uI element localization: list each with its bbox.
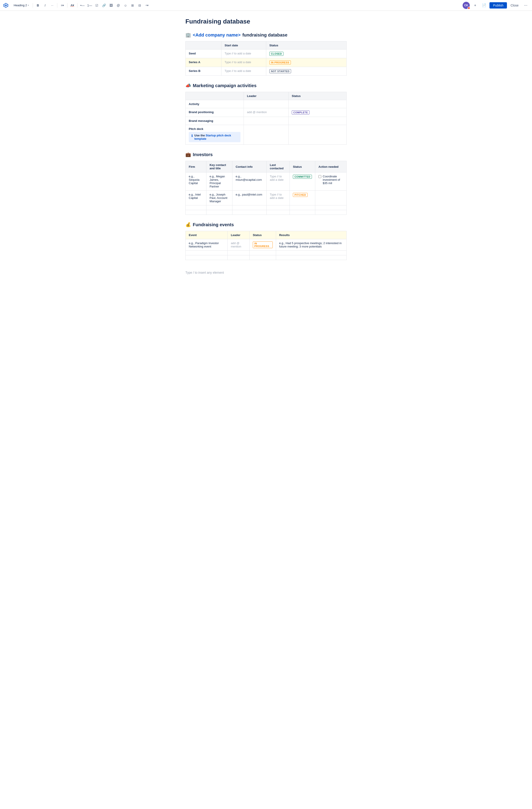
table-row[interactable]: Type // to add a date <box>221 50 266 58</box>
table-row <box>315 191 347 205</box>
table-row <box>315 205 347 210</box>
action-checkbox: Coordinate investment of $35 mil <box>318 175 343 185</box>
table-row[interactable] <box>244 100 289 108</box>
table-row: Series A <box>185 58 221 67</box>
table-row <box>185 255 228 260</box>
fundraising-heading-text: fundraising database <box>242 33 287 38</box>
table-row <box>289 125 347 145</box>
user-avatar[interactable]: CK <box>463 2 470 9</box>
table-row <box>276 251 347 255</box>
toolbar-divider-2 <box>57 3 57 7</box>
briefcase-icon: 💼 <box>185 152 191 157</box>
table-row <box>290 210 315 215</box>
table-row: Pitch deck ℹ Use the Startup pitch deck … <box>185 125 244 145</box>
table-row[interactable]: add @ mention <box>228 239 249 251</box>
more-format-button[interactable]: ··· <box>49 2 55 8</box>
th-leader: Leader <box>244 92 289 100</box>
table-row: e.g., Sequoia Capital <box>185 172 207 191</box>
fundraising-table: Start date Status Seed Type // to add a … <box>185 41 347 76</box>
marketing-table: Leader Status Activity Brand positioning… <box>185 92 347 145</box>
table-row[interactable]: add @ mention <box>244 108 289 117</box>
template-button[interactable]: 📄 <box>480 2 488 9</box>
table-row <box>276 255 347 260</box>
add-company-placeholder[interactable]: <Add company name> <box>193 33 241 38</box>
info-icon: ℹ <box>192 134 193 138</box>
table-row[interactable]: Type // to add a date <box>267 172 290 191</box>
table-row: IN PROGRESS <box>249 239 276 251</box>
table-row: IN PROGRESS <box>266 58 347 67</box>
table-row: Seed <box>185 50 221 58</box>
more-options-button[interactable]: ··· <box>522 2 529 9</box>
heading-style-select[interactable]: Heading 2 ▾ <box>12 2 31 8</box>
close-button[interactable]: Close <box>509 2 520 8</box>
table-row[interactable] <box>244 125 289 145</box>
toolbar-right: CK + 📄 Publish Close ··· <box>463 2 529 9</box>
toolbar-divider-1 <box>33 3 33 7</box>
table-row[interactable] <box>244 117 289 125</box>
table-row[interactable] <box>228 255 249 260</box>
th-empty-1 <box>185 41 221 50</box>
table-row[interactable]: Type // to add a date <box>221 67 266 76</box>
table-row[interactable] <box>267 205 290 210</box>
table-row <box>206 210 232 215</box>
insert-placeholder[interactable]: Type / to insert any element <box>185 271 347 274</box>
table-row: e.g., Had 5 prospective meetings; 2 inte… <box>276 239 347 251</box>
align-button[interactable]: ≡▾ <box>59 2 65 8</box>
investors-table: FirmKey contact and titleContact infoLas… <box>185 161 347 215</box>
text-color-button[interactable]: A▾ <box>69 2 75 8</box>
th-events: Results <box>276 231 347 239</box>
events-heading-text: Fundraising events <box>193 222 234 227</box>
th-investors: Firm <box>185 161 207 172</box>
more-insert-button[interactable]: +▾ <box>144 2 150 8</box>
page-title[interactable]: Fundraising database <box>185 18 347 25</box>
table-row <box>249 251 276 255</box>
table-row <box>232 210 267 215</box>
events-heading: 💰 Fundraising events <box>185 222 347 227</box>
th-events: Leader <box>228 231 249 239</box>
table-row[interactable] <box>267 210 290 215</box>
toolbar-divider-4 <box>77 3 77 7</box>
money-icon: 💰 <box>185 222 191 227</box>
app-logo[interactable] <box>3 2 9 8</box>
table-row: Brand messaging <box>185 117 244 125</box>
th-investors: Key contact and title <box>206 161 232 172</box>
emoji-button[interactable]: ☺ <box>122 2 128 8</box>
table-row: e.g., Megan James, Principal Partner <box>206 172 232 191</box>
bullet-list-button[interactable]: •— <box>79 2 86 8</box>
table-row <box>290 205 315 210</box>
table-row: NOT STARTED <box>266 67 347 76</box>
table-row <box>249 255 276 260</box>
add-button[interactable]: + <box>472 2 479 9</box>
layout-button[interactable]: ⊟ <box>137 2 143 8</box>
table-row: e.g., Intel Capital <box>185 191 207 205</box>
checklist-button[interactable]: ☑ <box>94 2 100 8</box>
table-row <box>185 205 207 210</box>
link-button[interactable]: 🔗 <box>101 2 107 8</box>
info-callout: ℹ Use the Startup pitch deck template <box>189 132 241 142</box>
table-row: COMMITTED <box>290 172 315 191</box>
italic-button[interactable]: I <box>42 2 48 8</box>
publish-button[interactable]: Publish <box>490 2 507 8</box>
fundraising-section: 🏢 <Add company name> fundraising databas… <box>185 32 347 76</box>
table-row <box>232 205 267 210</box>
bold-button[interactable]: B <box>35 2 41 8</box>
th-events: Event <box>185 231 228 239</box>
table-row[interactable]: Type // to add a date <box>267 191 290 205</box>
table-row <box>315 210 347 215</box>
callout-link[interactable]: Startup pitch deck template <box>194 134 231 140</box>
table-row: PITCHED <box>290 191 315 205</box>
table-row: Series B <box>185 67 221 76</box>
table-row: e.g., paul@intel.com <box>232 191 267 205</box>
table-button[interactable]: ⊞ <box>129 2 136 8</box>
image-button[interactable]: 🖼 <box>108 2 114 8</box>
th-status-1: Status <box>266 41 347 50</box>
toolbar: Heading 2 ▾ B I ··· ≡▾ A▾ •— 1— ☑ 🔗 🖼 @ … <box>0 0 532 11</box>
mention-button[interactable]: @ <box>115 2 121 8</box>
table-row[interactable]: Type // to add a date <box>221 58 266 67</box>
marketing-heading: 📣 Marketing campaign activities <box>185 83 347 88</box>
investors-heading: 💼 Investors <box>185 152 347 157</box>
table-row[interactable] <box>228 251 249 255</box>
numbered-list-button[interactable]: 1— <box>86 2 93 8</box>
table-row <box>185 210 207 215</box>
action-check[interactable] <box>318 175 321 178</box>
